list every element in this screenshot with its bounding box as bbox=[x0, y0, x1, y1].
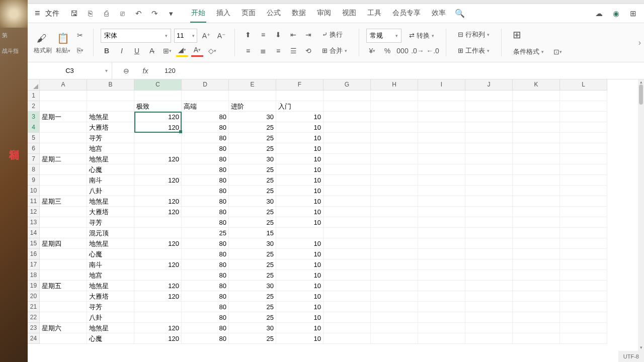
cell[interactable] bbox=[324, 249, 371, 259]
font-color-icon[interactable]: A▾ bbox=[191, 45, 203, 57]
cell[interactable]: 极致 bbox=[134, 101, 182, 112]
cell[interactable] bbox=[371, 143, 418, 154]
col-header-G[interactable]: G bbox=[324, 79, 371, 90]
cell[interactable]: 混元顶 bbox=[87, 228, 134, 238]
row-header-16[interactable]: 16 bbox=[28, 249, 40, 259]
cell[interactable]: 地煞星 bbox=[87, 238, 134, 249]
cell[interactable] bbox=[465, 302, 513, 312]
wrap-button[interactable]: ⤶换行 bbox=[317, 28, 347, 42]
tab-8[interactable]: 会员专享 bbox=[391, 5, 422, 23]
cell[interactable]: 地煞星 bbox=[87, 323, 134, 333]
merge-button[interactable]: ⊞合并▾ bbox=[317, 44, 352, 58]
cell[interactable]: 120 bbox=[134, 281, 182, 291]
cell[interactable]: 星期三 bbox=[40, 196, 87, 207]
cell[interactable]: 南斗 bbox=[87, 175, 134, 186]
cell[interactable]: 星期二 bbox=[40, 154, 87, 164]
cell[interactable] bbox=[560, 281, 607, 291]
cell[interactable] bbox=[418, 238, 465, 249]
select-all-corner[interactable] bbox=[28, 79, 40, 90]
col-header-B[interactable]: B bbox=[87, 79, 134, 90]
cell[interactable]: 80 bbox=[182, 164, 229, 175]
cell[interactable]: 地煞星 bbox=[87, 196, 134, 207]
cell[interactable] bbox=[418, 291, 465, 302]
cell[interactable] bbox=[513, 259, 560, 270]
cut-icon[interactable]: ✂ bbox=[74, 29, 86, 41]
decrease-indent-icon[interactable]: ⇤ bbox=[287, 29, 299, 41]
cell[interactable]: 进阶 bbox=[229, 101, 276, 112]
row-header-15[interactable]: 15 bbox=[28, 238, 40, 249]
cell[interactable] bbox=[513, 217, 560, 228]
copy-icon[interactable]: ⎘▾ bbox=[74, 44, 86, 56]
cell[interactable]: 寻芳 bbox=[87, 217, 134, 228]
justify-icon[interactable]: ☰ bbox=[287, 45, 299, 57]
cell[interactable]: 大雁塔 bbox=[87, 291, 134, 302]
cell[interactable]: 星期一 bbox=[40, 112, 87, 122]
cell[interactable]: 大雁塔 bbox=[87, 207, 134, 217]
format-painter-icon[interactable]: 🖌 bbox=[34, 30, 50, 46]
preview-icon[interactable]: ⎚ bbox=[116, 7, 130, 21]
cell[interactable] bbox=[134, 90, 182, 101]
tab-9[interactable]: 效率 bbox=[431, 5, 447, 23]
cell[interactable]: 120 bbox=[134, 323, 182, 333]
cell[interactable] bbox=[40, 259, 87, 270]
cell[interactable] bbox=[371, 196, 418, 207]
cell[interactable] bbox=[513, 196, 560, 207]
row-header-14[interactable]: 14 bbox=[28, 228, 40, 238]
cell[interactable]: 10 bbox=[276, 333, 324, 344]
cell[interactable] bbox=[560, 90, 607, 101]
cell[interactable]: 30 bbox=[229, 154, 276, 164]
cell[interactable] bbox=[324, 101, 371, 112]
cell[interactable]: 120 bbox=[134, 122, 182, 133]
cell[interactable] bbox=[371, 175, 418, 186]
cell[interactable] bbox=[371, 259, 418, 270]
cell[interactable] bbox=[560, 238, 607, 249]
cell[interactable] bbox=[513, 207, 560, 217]
cell[interactable] bbox=[513, 133, 560, 143]
cell[interactable]: 25 bbox=[229, 175, 276, 186]
cell[interactable] bbox=[371, 112, 418, 122]
grid[interactable]: ABCDEFGHIJKL12极致高端进阶入门3星期一地煞星1208030104大… bbox=[28, 79, 638, 344]
cell[interactable] bbox=[513, 101, 560, 112]
cell[interactable] bbox=[324, 112, 371, 122]
cell[interactable] bbox=[418, 217, 465, 228]
cell[interactable] bbox=[465, 122, 513, 133]
cell[interactable]: 120 bbox=[134, 291, 182, 302]
increase-font-icon[interactable]: A⁺ bbox=[200, 30, 212, 42]
row-header-1[interactable]: 1 bbox=[28, 90, 40, 101]
cell[interactable]: 寻芳 bbox=[87, 133, 134, 143]
cell[interactable] bbox=[371, 333, 418, 344]
cell[interactable] bbox=[134, 217, 182, 228]
cell[interactable] bbox=[134, 143, 182, 154]
cell[interactable] bbox=[513, 323, 560, 333]
cell[interactable]: 80 bbox=[182, 302, 229, 312]
cell[interactable] bbox=[324, 133, 371, 143]
number-format-select[interactable]: 常规▾ bbox=[366, 29, 401, 43]
cell[interactable]: 10 bbox=[276, 196, 324, 207]
cell[interactable]: 10 bbox=[276, 270, 324, 281]
cell[interactable] bbox=[418, 154, 465, 164]
cell[interactable] bbox=[371, 249, 418, 259]
cell[interactable]: 80 bbox=[182, 217, 229, 228]
cell[interactable] bbox=[418, 323, 465, 333]
row-header-19[interactable]: 19 bbox=[28, 281, 40, 291]
cell[interactable]: 25 bbox=[229, 249, 276, 259]
cell[interactable] bbox=[513, 238, 560, 249]
cell[interactable]: 120 bbox=[134, 333, 182, 344]
cell[interactable] bbox=[40, 175, 87, 186]
cell[interactable] bbox=[465, 154, 513, 164]
cell[interactable] bbox=[465, 291, 513, 302]
cell[interactable] bbox=[324, 207, 371, 217]
cell[interactable]: 地宫 bbox=[87, 270, 134, 281]
cell[interactable]: 10 bbox=[276, 207, 324, 217]
cell[interactable] bbox=[418, 133, 465, 143]
redo-icon[interactable]: ↷ bbox=[148, 7, 162, 21]
cell[interactable]: 80 bbox=[182, 175, 229, 186]
cell[interactable] bbox=[513, 312, 560, 323]
cell[interactable]: 星期六 bbox=[40, 323, 87, 333]
cell[interactable] bbox=[465, 270, 513, 281]
cell[interactable]: 30 bbox=[229, 323, 276, 333]
cell[interactable] bbox=[560, 101, 607, 112]
tab-6[interactable]: 视图 bbox=[341, 5, 357, 23]
col-header-E[interactable]: E bbox=[229, 79, 276, 90]
cell[interactable]: 25 bbox=[229, 133, 276, 143]
